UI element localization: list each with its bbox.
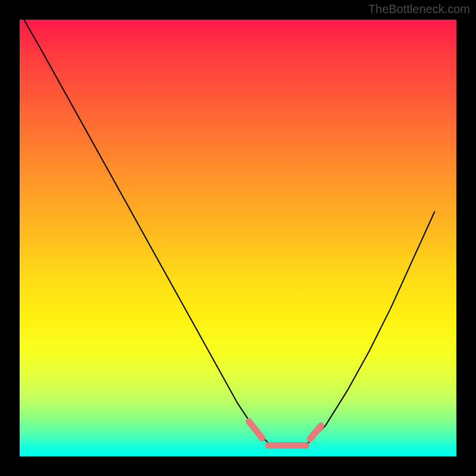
marker-segment (249, 421, 262, 438)
bottleneck-curve-line (24, 20, 434, 447)
marker-segment (310, 426, 321, 439)
flat-region-marker (249, 421, 321, 445)
chart-svg (20, 20, 456, 456)
watermark-text: TheBottleneck.com (368, 2, 470, 16)
